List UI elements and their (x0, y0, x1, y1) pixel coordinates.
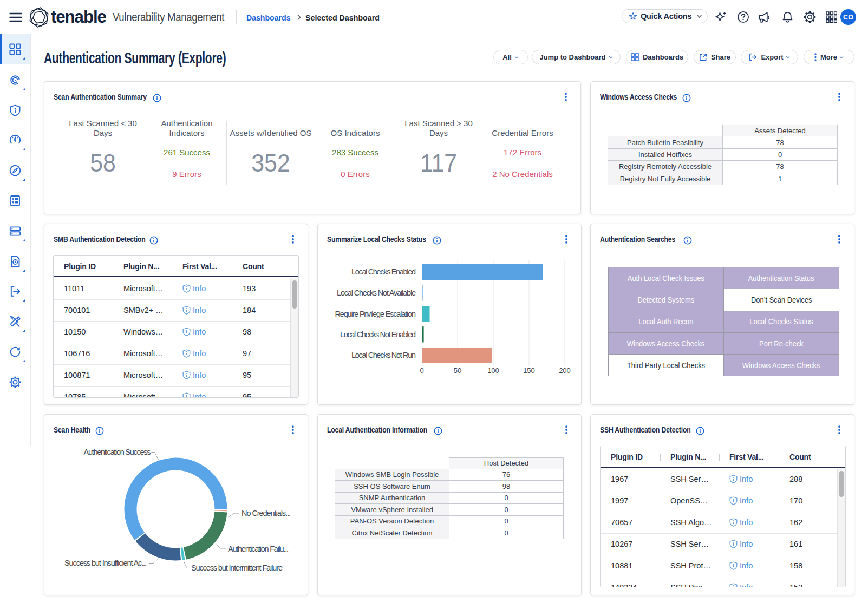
svg-text:100: 100 (487, 366, 499, 375)
svg-text:Authentication Success: Authentication Success (84, 448, 151, 456)
svg-text:Authentication Failu...: Authentication Failu... (228, 545, 289, 553)
svg-text:Success but Intermittent Failu: Success but Intermittent Failure (191, 564, 283, 572)
svg-text:150: 150 (523, 366, 535, 375)
svg-text:Local Checks Not Run: Local Checks Not Run (351, 351, 416, 359)
svg-text:0: 0 (420, 366, 423, 375)
svg-text:Local Checks Not Available: Local Checks Not Available (337, 289, 416, 297)
svg-text:50: 50 (454, 366, 461, 375)
svg-text:Local Checks Enabled: Local Checks Enabled (351, 267, 416, 276)
svg-text:Require Privilege Escalation: Require Privilege Escalation (335, 310, 416, 318)
svg-text:200: 200 (559, 366, 571, 375)
svg-text:No Credentials...: No Credentials... (242, 509, 291, 518)
svg-text:Success but Insufficient Ac...: Success but Insufficient Ac... (64, 559, 147, 567)
svg-text:Local Checks Not Enabled: Local Checks Not Enabled (340, 330, 416, 339)
